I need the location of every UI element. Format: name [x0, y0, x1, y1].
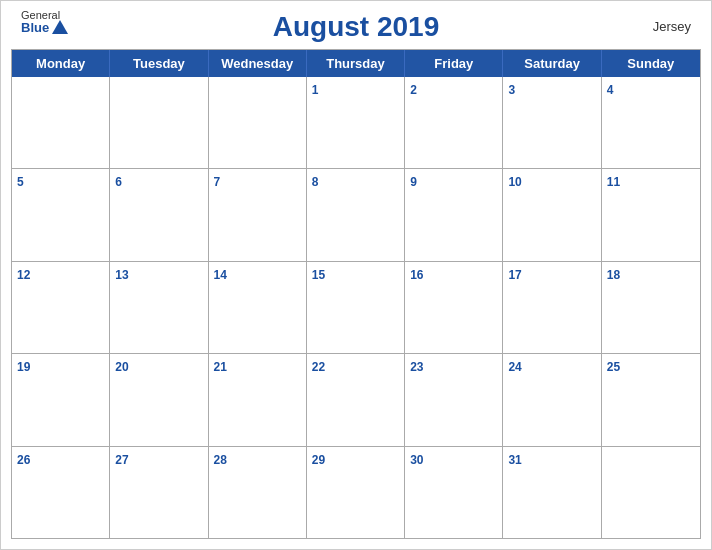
- day-number: 28: [214, 453, 227, 467]
- day-number: 1: [312, 83, 319, 97]
- day-cell: 19: [12, 354, 110, 445]
- day-cell: 3: [503, 77, 601, 168]
- day-cell: 23: [405, 354, 503, 445]
- day-number: 20: [115, 360, 128, 374]
- day-number: 15: [312, 268, 325, 282]
- day-cell: 31: [503, 447, 601, 538]
- day-cell: 22: [307, 354, 405, 445]
- week-row-1: 1234: [12, 77, 700, 168]
- week-row-5: 262728293031: [12, 446, 700, 538]
- day-header-monday: Monday: [12, 50, 110, 77]
- day-number: 19: [17, 360, 30, 374]
- day-cell: 28: [209, 447, 307, 538]
- day-number: 10: [508, 175, 521, 189]
- day-number: 18: [607, 268, 620, 282]
- day-number: 16: [410, 268, 423, 282]
- day-number: 22: [312, 360, 325, 374]
- day-number: 14: [214, 268, 227, 282]
- day-cell: 20: [110, 354, 208, 445]
- day-number: 12: [17, 268, 30, 282]
- day-cell: 30: [405, 447, 503, 538]
- day-cell: 6: [110, 169, 208, 260]
- week-row-2: 567891011: [12, 168, 700, 260]
- day-cell: 29: [307, 447, 405, 538]
- day-cell: 8: [307, 169, 405, 260]
- day-cell: 17: [503, 262, 601, 353]
- day-cell: 15: [307, 262, 405, 353]
- day-number: 13: [115, 268, 128, 282]
- day-number: 17: [508, 268, 521, 282]
- day-cell: 25: [602, 354, 700, 445]
- day-cell: [602, 447, 700, 538]
- day-number: 3: [508, 83, 515, 97]
- day-cell: 11: [602, 169, 700, 260]
- day-cell: 4: [602, 77, 700, 168]
- day-header-thursday: Thursday: [307, 50, 405, 77]
- day-cell: 7: [209, 169, 307, 260]
- day-cell: 5: [12, 169, 110, 260]
- day-cell: [209, 77, 307, 168]
- day-cell: 10: [503, 169, 601, 260]
- day-cell: 14: [209, 262, 307, 353]
- week-row-3: 12131415161718: [12, 261, 700, 353]
- day-number: 5: [17, 175, 24, 189]
- day-cell: 24: [503, 354, 601, 445]
- day-number: 4: [607, 83, 614, 97]
- day-cell: 13: [110, 262, 208, 353]
- month-title: August 2019: [273, 11, 440, 43]
- day-cell: 9: [405, 169, 503, 260]
- day-cell: 12: [12, 262, 110, 353]
- weeks-container: 1234567891011121314151617181920212223242…: [12, 77, 700, 538]
- day-cell: 21: [209, 354, 307, 445]
- day-header-tuesday: Tuesday: [110, 50, 208, 77]
- day-number: 25: [607, 360, 620, 374]
- day-cell: 16: [405, 262, 503, 353]
- day-number: 8: [312, 175, 319, 189]
- day-number: 11: [607, 175, 620, 189]
- day-cell: [110, 77, 208, 168]
- day-number: 7: [214, 175, 221, 189]
- calendar-grid: MondayTuesdayWednesdayThursdayFridaySatu…: [11, 49, 701, 539]
- day-number: 2: [410, 83, 417, 97]
- day-header-friday: Friday: [405, 50, 503, 77]
- day-number: 30: [410, 453, 423, 467]
- logo-triangle-icon: [52, 20, 68, 34]
- day-cell: 26: [12, 447, 110, 538]
- day-cell: 1: [307, 77, 405, 168]
- day-header-saturday: Saturday: [503, 50, 601, 77]
- logo-area: General Blue: [21, 9, 68, 35]
- day-cell: 18: [602, 262, 700, 353]
- day-cell: 27: [110, 447, 208, 538]
- day-number: 6: [115, 175, 122, 189]
- calendar-header: General Blue August 2019 Jersey: [1, 1, 711, 49]
- week-row-4: 19202122232425: [12, 353, 700, 445]
- logo-blue-text: Blue: [21, 21, 68, 35]
- day-number: 27: [115, 453, 128, 467]
- calendar-wrapper: General Blue August 2019 Jersey MondayTu…: [0, 0, 712, 550]
- day-headers-row: MondayTuesdayWednesdayThursdayFridaySatu…: [12, 50, 700, 77]
- day-number: 31: [508, 453, 521, 467]
- region-label: Jersey: [653, 19, 691, 34]
- day-number: 26: [17, 453, 30, 467]
- day-cell: 2: [405, 77, 503, 168]
- day-number: 9: [410, 175, 417, 189]
- day-number: 29: [312, 453, 325, 467]
- day-header-sunday: Sunday: [602, 50, 700, 77]
- day-number: 24: [508, 360, 521, 374]
- day-header-wednesday: Wednesday: [209, 50, 307, 77]
- day-number: 21: [214, 360, 227, 374]
- day-number: 23: [410, 360, 423, 374]
- day-cell: [12, 77, 110, 168]
